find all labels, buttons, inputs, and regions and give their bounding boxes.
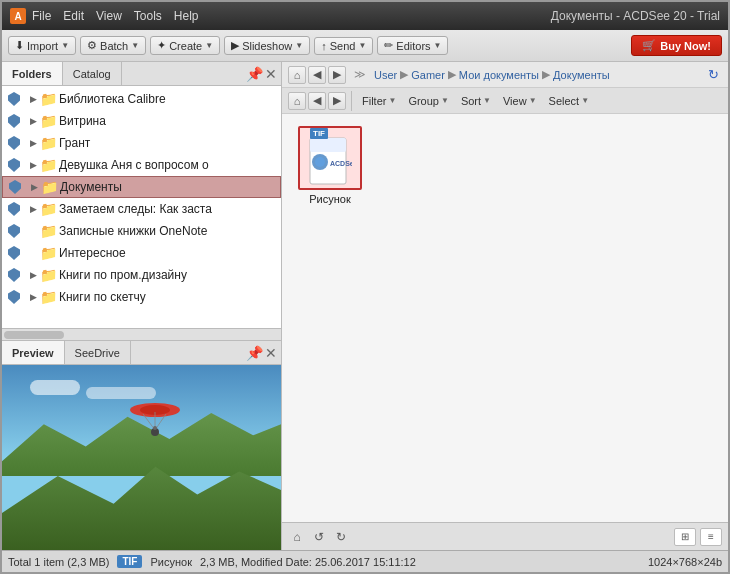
file-name: Рисунок (309, 193, 351, 205)
bc-docs[interactable]: Документы (553, 69, 610, 81)
tree-item[interactable]: 📁 Записные книжки OneNote (2, 220, 281, 242)
filter-button[interactable]: Filter ▼ (357, 94, 401, 108)
slideshow-label: Slideshow (242, 40, 292, 52)
bottom-home[interactable]: ⌂ (288, 528, 306, 546)
tree-item[interactable]: ▶ 📁 Грант (2, 132, 281, 154)
expander[interactable]: ▶ (26, 202, 40, 216)
bc-user[interactable]: User (374, 69, 397, 81)
tree-item[interactable]: ▶ 📁 Библиотека Calibre (2, 88, 281, 110)
view-list-button[interactable]: ≡ (700, 528, 722, 546)
preview-image (2, 365, 281, 550)
select-button[interactable]: Select ▼ (544, 94, 595, 108)
expander[interactable]: ▶ (26, 114, 40, 128)
menu-bar: File Edit View Tools Help (32, 9, 199, 23)
expander[interactable] (26, 224, 40, 238)
create-icon: ✦ (157, 39, 166, 52)
file-item[interactable]: TIF ACDSee Рисунок (290, 122, 370, 209)
tree-item[interactable]: ▶ 📁 Витрина (2, 110, 281, 132)
tree-item-selected[interactable]: ▶ 📁 Документы (2, 176, 281, 198)
view-button[interactable]: View ▼ (498, 94, 542, 108)
create-dropdown-arrow: ▼ (205, 41, 213, 50)
close-preview-icon[interactable]: ✕ (265, 345, 277, 361)
view-label: View (503, 95, 527, 107)
slideshow-icon: ▶ (231, 39, 239, 52)
bottom-forward[interactable]: ↻ (332, 528, 350, 546)
action-back[interactable]: ◀ (308, 92, 326, 110)
folder-icon: 📁 (40, 135, 56, 151)
paraglider-svg (128, 402, 183, 437)
tab-catalog[interactable]: Catalog (63, 62, 122, 85)
app-icon: A (10, 8, 26, 24)
shield-icon (8, 246, 20, 260)
expander[interactable] (26, 246, 40, 260)
folder-icon: 📁 (40, 289, 56, 305)
forward-button[interactable]: ▶ (328, 66, 346, 84)
tab-folders[interactable]: Folders (2, 62, 63, 85)
send-icon: ↑ (321, 40, 327, 52)
import-button[interactable]: ⬇ Import ▼ (8, 36, 76, 55)
menu-tools[interactable]: Tools (134, 9, 162, 23)
tree-item[interactable]: 📁 Интересное (2, 242, 281, 264)
shield-icon (8, 136, 20, 150)
breadcrumb-bar: ⌂ ◀ ▶ ≫ User ▶ Gamer ▶ Мои документы ▶ Д… (282, 62, 728, 88)
svg-point-6 (153, 426, 157, 430)
bc-gamer[interactable]: Gamer (411, 69, 445, 81)
bottom-toolbar: ⌂ ↺ ↻ ⊞ ≡ (282, 522, 728, 550)
sort-button[interactable]: Sort ▼ (456, 94, 496, 108)
bc-sep: ▶ (400, 68, 408, 81)
group-label: Group (408, 95, 439, 107)
bottom-back[interactable]: ↺ (310, 528, 328, 546)
batch-button[interactable]: ⚙ Batch ▼ (80, 36, 146, 55)
preview-panel-actions: 📌 ✕ (242, 341, 281, 364)
expander[interactable]: ▶ (26, 92, 40, 106)
tree-item[interactable]: ▶ 📁 Девушка Аня с вопросом о (2, 154, 281, 176)
import-icon: ⬇ (15, 39, 24, 52)
back-button[interactable]: ◀ (308, 66, 326, 84)
tab-preview[interactable]: Preview (2, 341, 65, 364)
tree-item-label: Документы (60, 180, 122, 194)
menu-view[interactable]: View (96, 9, 122, 23)
refresh-button[interactable]: ↻ (704, 66, 722, 84)
bottom-extra (354, 528, 372, 546)
tree-item[interactable]: ▶ 📁 Заметаем следы: Как заста (2, 198, 281, 220)
tif-badge: TIF (310, 128, 328, 139)
tree-item-label: Библиотека Calibre (59, 92, 166, 106)
group-button[interactable]: Group ▼ (403, 94, 454, 108)
cloud (86, 387, 156, 399)
editors-icon: ✏ (384, 39, 393, 52)
menu-file[interactable]: File (32, 9, 51, 23)
action-home[interactable]: ⌂ (288, 92, 306, 110)
bc-mydocs[interactable]: Мои документы (459, 69, 539, 81)
pin-preview-icon[interactable]: 📌 (246, 345, 263, 361)
menu-help[interactable]: Help (174, 9, 199, 23)
tree-item-label: Витрина (59, 114, 106, 128)
slideshow-button[interactable]: ▶ Slideshow ▼ (224, 36, 310, 55)
buy-now-button[interactable]: 🛒 Buy Now! (631, 35, 722, 56)
editors-button[interactable]: ✏ Editors ▼ (377, 36, 448, 55)
action-forward[interactable]: ▶ (328, 92, 346, 110)
tree-item[interactable]: ▶ 📁 Книги по скетчу (2, 286, 281, 308)
expander[interactable]: ▶ (26, 136, 40, 150)
expander[interactable]: ▶ (26, 158, 40, 172)
horizontal-scrollbar[interactable] (2, 328, 281, 340)
file-area: TIF ACDSee Рисунок (282, 114, 728, 522)
breadcrumb-nav: ⌂ ◀ ▶ (288, 66, 346, 84)
menu-edit[interactable]: Edit (63, 9, 84, 23)
home-button[interactable]: ⌂ (288, 66, 306, 84)
main-window: A File Edit View Tools Help Документы - … (0, 0, 730, 574)
tab-seedrive[interactable]: SeeDrive (65, 341, 131, 364)
create-button[interactable]: ✦ Create ▼ (150, 36, 220, 55)
expander[interactable]: ▶ (26, 268, 40, 282)
send-button[interactable]: ↑ Send ▼ (314, 37, 373, 55)
folder-icon: 📁 (41, 179, 57, 195)
expander[interactable]: ▶ (26, 290, 40, 304)
expander[interactable]: ▶ (27, 180, 41, 194)
folder-icon: 📁 (40, 245, 56, 261)
preview-panel: Preview SeeDrive 📌 ✕ (2, 340, 281, 550)
view-grid-button[interactable]: ⊞ (674, 528, 696, 546)
tree-item[interactable]: ▶ 📁 Книги по пром.дизайну (2, 264, 281, 286)
tree-item-label: Грант (59, 136, 90, 150)
status-dimensions: 1024×768×24b (648, 556, 722, 568)
pin-icon[interactable]: 📌 (246, 66, 263, 82)
close-panel-icon[interactable]: ✕ (265, 66, 277, 82)
